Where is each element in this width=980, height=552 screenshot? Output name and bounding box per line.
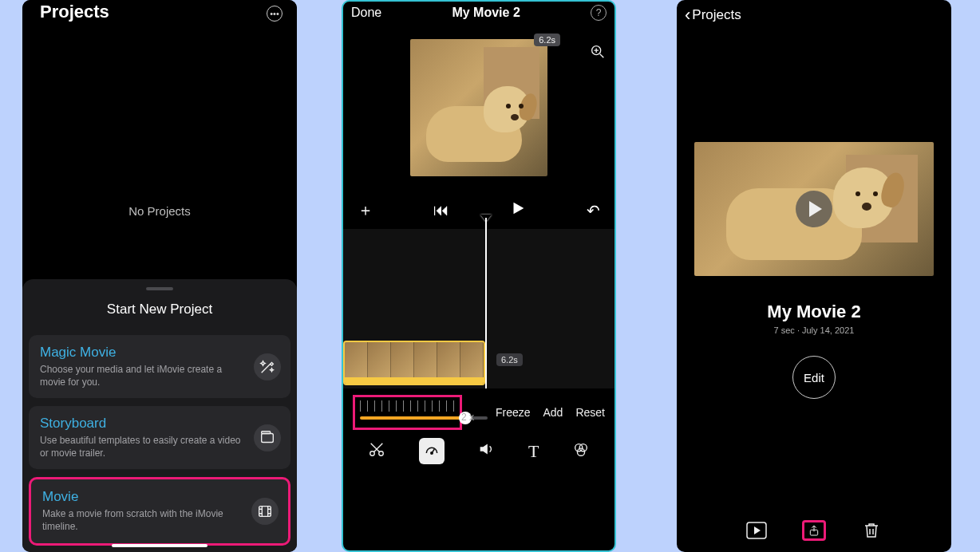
speed-multiplier: 2 x bbox=[461, 412, 474, 423]
editor-header: Done My Movie 2 ? bbox=[343, 2, 614, 24]
done-button[interactable]: Done bbox=[351, 6, 381, 20]
option-storyboard[interactable]: Storyboard Use beautiful templates to ea… bbox=[29, 406, 290, 469]
edit-button[interactable]: Edit bbox=[792, 356, 836, 399]
option-desc: Choose your media and let iMovie create … bbox=[40, 364, 243, 388]
top-area: Projects ••• No Projects bbox=[22, 0, 297, 279]
new-project-sheet: Start New Project Magic Movie Choose you… bbox=[22, 279, 297, 552]
option-movie[interactable]: Movie Make a movie from scratch with the… bbox=[29, 477, 290, 545]
share-icon[interactable] bbox=[802, 520, 826, 541]
playhead-time: 6.2s bbox=[496, 353, 523, 366]
option-title: Movie bbox=[42, 489, 240, 505]
cut-icon[interactable] bbox=[368, 440, 385, 462]
option-title: Magic Movie bbox=[40, 345, 243, 361]
option-title: Storyboard bbox=[40, 416, 243, 432]
wand-icon bbox=[254, 353, 281, 380]
more-icon[interactable]: ••• bbox=[267, 6, 283, 22]
transport-row: ＋ ⏮ ↶ bbox=[343, 191, 614, 229]
back-label: Projects bbox=[692, 7, 741, 23]
film-icon bbox=[251, 498, 279, 525]
freeze-button[interactable]: Freeze bbox=[496, 406, 531, 419]
storyboard-icon bbox=[254, 424, 281, 451]
prev-icon[interactable]: ⏮ bbox=[433, 201, 449, 219]
volume-icon[interactable] bbox=[477, 440, 495, 462]
play-overlay-icon[interactable] bbox=[796, 191, 832, 227]
svg-rect-2 bbox=[259, 507, 271, 517]
svg-point-9 bbox=[578, 448, 585, 455]
page-title: Projects bbox=[40, 2, 109, 22]
reset-button[interactable]: Reset bbox=[575, 406, 605, 419]
option-magic-movie[interactable]: Magic Movie Choose your media and let iM… bbox=[29, 335, 290, 398]
project-meta: 7 sec · July 14, 2021 bbox=[677, 325, 951, 335]
sheet-handle[interactable] bbox=[146, 287, 173, 290]
sheet-heading: Start New Project bbox=[29, 302, 290, 317]
screen-editor: Done My Movie 2 ? 6.2s ＋ ⏮ ↶ bbox=[342, 0, 616, 552]
tool-row: T bbox=[343, 430, 614, 467]
svg-rect-1 bbox=[262, 432, 271, 434]
speed-row: 2 x Freeze Add Reset bbox=[343, 388, 614, 430]
preview-area[interactable]: 6.2s bbox=[343, 24, 614, 191]
svg-rect-0 bbox=[262, 433, 274, 442]
playhead[interactable] bbox=[485, 218, 487, 388]
screen-project-detail: ‹ Projects My Movie 2 7 sec · July 14, 2… bbox=[677, 0, 951, 552]
nav-back[interactable]: ‹ Projects bbox=[677, 0, 951, 30]
project-title: My Movie 2 bbox=[452, 6, 520, 20]
home-indicator[interactable] bbox=[112, 544, 207, 547]
trash-icon[interactable] bbox=[859, 520, 883, 541]
no-projects-label: No Projects bbox=[22, 204, 297, 218]
play-button-icon[interactable] bbox=[745, 520, 769, 541]
clip[interactable] bbox=[343, 341, 485, 385]
option-desc: Make a movie from scratch with the iMovi… bbox=[42, 508, 240, 533]
speedometer-icon[interactable] bbox=[419, 438, 445, 464]
filters-icon[interactable] bbox=[572, 440, 590, 462]
option-desc: Use beautiful templates to easily create… bbox=[40, 435, 243, 459]
add-media-icon[interactable]: ＋ bbox=[358, 199, 373, 221]
speed-slider-box: 2 x bbox=[353, 395, 462, 430]
duration-badge: 6.2s bbox=[534, 34, 560, 46]
preview-thumbnail bbox=[410, 39, 547, 176]
svg-point-6 bbox=[430, 452, 433, 455]
add-speed-button[interactable]: Add bbox=[543, 406, 563, 419]
zoom-icon[interactable] bbox=[589, 43, 607, 65]
timeline[interactable]: 6.2s bbox=[343, 229, 614, 388]
svg-point-8 bbox=[579, 444, 587, 451]
project-thumbnail[interactable] bbox=[694, 142, 934, 276]
text-icon[interactable]: T bbox=[528, 441, 539, 462]
project-name: My Movie 2 bbox=[677, 302, 951, 322]
speed-slider[interactable]: 2 x bbox=[360, 415, 455, 421]
screen-projects: Projects ••• No Projects Start New Proje… bbox=[22, 0, 297, 552]
bottom-toolbar bbox=[677, 514, 951, 547]
chevron-left-icon: ‹ bbox=[685, 5, 690, 26]
speed-ticks bbox=[360, 400, 455, 412]
help-icon[interactable]: ? bbox=[591, 5, 607, 21]
play-icon[interactable] bbox=[509, 199, 527, 221]
undo-icon[interactable]: ↶ bbox=[587, 201, 600, 220]
